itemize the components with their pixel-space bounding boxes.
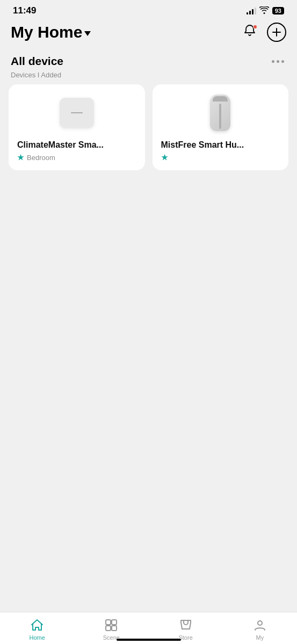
- status-bar: 11:49 93: [0, 0, 297, 18]
- device-grid: ClimateMaster Sma... ★ Bedroom MistFree …: [0, 84, 297, 170]
- header-actions: [240, 23, 286, 42]
- svg-point-6: [258, 621, 262, 625]
- notification-bell-button[interactable]: [240, 23, 259, 42]
- svg-rect-2: [106, 620, 111, 625]
- home-title-text: My Home: [11, 23, 82, 41]
- device-image-1: [17, 94, 136, 132]
- battery-indicator: 93: [272, 7, 284, 15]
- svg-rect-3: [112, 620, 117, 625]
- nav-scene[interactable]: Scene: [95, 618, 127, 641]
- mistfree-image: [210, 95, 230, 131]
- header: My Home: [0, 18, 297, 48]
- notification-dot: [253, 25, 257, 29]
- device-image-2: [161, 94, 280, 132]
- home-nav-icon: [30, 618, 45, 633]
- chevron-down-icon: [84, 31, 91, 36]
- climatemaster-image: [60, 98, 94, 128]
- devices-added-label: Devices I Added: [0, 71, 297, 84]
- scene-nav-icon: [104, 618, 119, 633]
- section-title: All device: [11, 55, 63, 68]
- device-meta-2: ★: [161, 153, 280, 162]
- bluetooth-icon-2: ★: [161, 153, 168, 162]
- signal-icon: [247, 7, 256, 15]
- device-card-climatemaster[interactable]: ClimateMaster Sma... ★ Bedroom: [9, 84, 145, 170]
- home-indicator-bar: [117, 639, 181, 641]
- wifi-icon: [259, 6, 269, 16]
- device-name-2: MistFree Smart Hu...: [161, 140, 280, 150]
- my-nav-icon: [252, 618, 267, 633]
- bluetooth-icon-1: ★: [17, 153, 24, 162]
- nav-home-label: Home: [29, 634, 45, 641]
- device-name-1: ClimateMaster Sma...: [17, 140, 136, 150]
- add-device-button[interactable]: [267, 23, 286, 42]
- nav-my-label: My: [256, 634, 264, 641]
- svg-rect-5: [112, 626, 117, 631]
- store-nav-icon: [178, 618, 193, 633]
- more-options-button[interactable]: [270, 58, 286, 65]
- svg-rect-4: [106, 626, 111, 631]
- more-dots-icon: [272, 60, 284, 63]
- nav-home[interactable]: Home: [21, 618, 53, 641]
- device-card-mistfree[interactable]: MistFree Smart Hu... ★: [153, 84, 289, 170]
- content-area: All device Devices I Added ClimateMaster…: [0, 48, 297, 224]
- nav-my[interactable]: My: [244, 618, 276, 641]
- device-meta-1: ★ Bedroom: [17, 153, 136, 162]
- status-icons: 93: [247, 6, 284, 16]
- home-title-btn[interactable]: My Home: [11, 23, 91, 41]
- section-header: All device: [0, 48, 297, 71]
- device-room-1: Bedroom: [27, 154, 55, 162]
- nav-store[interactable]: Store: [170, 618, 202, 641]
- status-time: 11:49: [13, 5, 36, 16]
